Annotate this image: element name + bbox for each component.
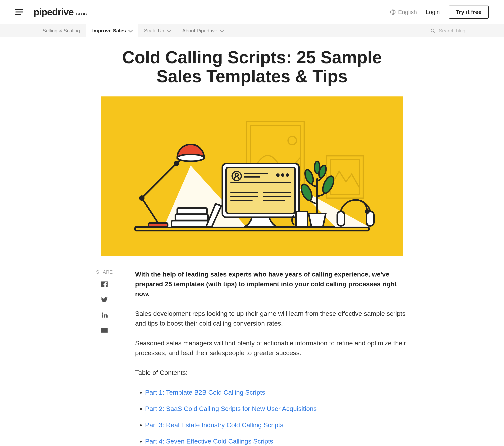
svg-point-29 (277, 174, 279, 176)
share-label: SHARE (93, 269, 116, 275)
svg-rect-24 (226, 167, 295, 213)
toc-link[interactable]: Part 2: SaaS Cold Calling Scripts for Ne… (145, 405, 317, 412)
nav-item-selling-scaling[interactable]: Selling & Scaling (36, 24, 86, 37)
svg-rect-44 (296, 211, 307, 227)
toc-item: Part 2: SaaS Cold Calling Scripts for Ne… (145, 404, 411, 414)
nav-item-improve-sales[interactable]: Improve Sales (86, 24, 138, 37)
nav-item-label: About Pipedrive (182, 28, 217, 34)
svg-point-17 (174, 162, 178, 166)
try-it-free-button[interactable]: Try it free (449, 6, 489, 19)
svg-rect-45 (337, 211, 344, 226)
toc-heading: Table of Contents: (135, 368, 411, 378)
login-link[interactable]: Login (426, 9, 440, 15)
search-input[interactable] (439, 28, 489, 34)
svg-point-31 (286, 174, 288, 176)
share-list (93, 280, 116, 334)
nav-item-label: Scale Up (144, 28, 164, 34)
email-icon[interactable] (101, 327, 108, 334)
top-header-right: English Login Try it free (390, 6, 489, 19)
twitter-icon[interactable] (101, 296, 108, 303)
language-selector[interactable]: English (390, 9, 417, 15)
svg-line-2 (434, 31, 435, 33)
svg-point-16 (140, 196, 144, 200)
body-paragraph: Seasoned sales managers will find plenty… (135, 338, 411, 358)
logo-suffix: BLOG (76, 12, 87, 16)
nav-item-label: Improve Sales (92, 28, 126, 34)
nav-item-about-pipedrive[interactable]: About Pipedrive (176, 24, 229, 37)
svg-rect-21 (177, 208, 207, 214)
toc-item: Part 1: Template B2B Cold Calling Script… (145, 388, 411, 397)
toc-link[interactable]: Part 3: Real Estate Industry Cold Callin… (145, 421, 283, 428)
svg-point-43 (314, 161, 320, 173)
svg-point-18 (177, 154, 204, 161)
share-column: SHARE (93, 269, 116, 446)
linkedin-icon[interactable] (101, 311, 108, 319)
article: Cold Calling Scripts: 25 Sample Sales Te… (0, 48, 504, 446)
chevron-down-icon (220, 28, 224, 33)
page-title: Cold Calling Scripts: 25 Sample Sales Te… (99, 48, 405, 86)
svg-point-30 (282, 174, 284, 176)
nav-item-label: Selling & Scaling (43, 28, 80, 34)
search-icon (431, 28, 435, 33)
toc-item: Part 4: Seven Effective Cold Callings Sc… (145, 436, 411, 446)
hamburger-menu-icon[interactable] (15, 7, 26, 17)
logo-text: pipedrive (34, 6, 73, 18)
svg-line-14 (142, 164, 176, 198)
logo-link[interactable]: pipedrive BLOG (34, 6, 87, 18)
article-body: With the help of leading sales experts w… (135, 269, 411, 446)
globe-icon (390, 9, 396, 15)
facebook-icon[interactable] (101, 280, 108, 288)
nav-item-scale-up[interactable]: Scale Up (138, 24, 176, 37)
svg-rect-7 (330, 160, 360, 194)
svg-point-1 (431, 29, 434, 32)
chevron-down-icon (167, 28, 171, 33)
toc-link[interactable]: Part 1: Template B2B Cold Calling Script… (145, 389, 265, 396)
table-of-contents: Part 1: Template B2B Cold Calling Script… (135, 388, 411, 446)
svg-point-39 (299, 183, 314, 202)
language-label: English (398, 9, 417, 15)
svg-point-47 (366, 210, 369, 213)
toc-item: Part 3: Real Estate Industry Cold Callin… (145, 420, 411, 430)
svg-point-5 (288, 136, 296, 145)
top-header: pipedrive BLOG English Login Try it free (0, 0, 504, 24)
article-body-row: SHARE With the help of leading sales exp… (0, 269, 504, 446)
svg-rect-20 (175, 214, 208, 220)
svg-line-13 (142, 198, 158, 223)
blog-search[interactable] (431, 28, 489, 34)
hero-svg (101, 96, 403, 256)
svg-point-41 (303, 168, 315, 185)
intro-paragraph: With the help of leading sales experts w… (135, 269, 411, 299)
body-paragraph: Sales development reps looking to up the… (135, 309, 411, 328)
blog-category-nav: Selling & ScalingImprove SalesScale UpAb… (0, 24, 504, 37)
chevron-down-icon (128, 28, 133, 33)
hero-illustration (101, 96, 403, 256)
svg-rect-19 (172, 221, 210, 227)
toc-link[interactable]: Part 4: Seven Effective Cold Callings Sc… (145, 438, 273, 445)
